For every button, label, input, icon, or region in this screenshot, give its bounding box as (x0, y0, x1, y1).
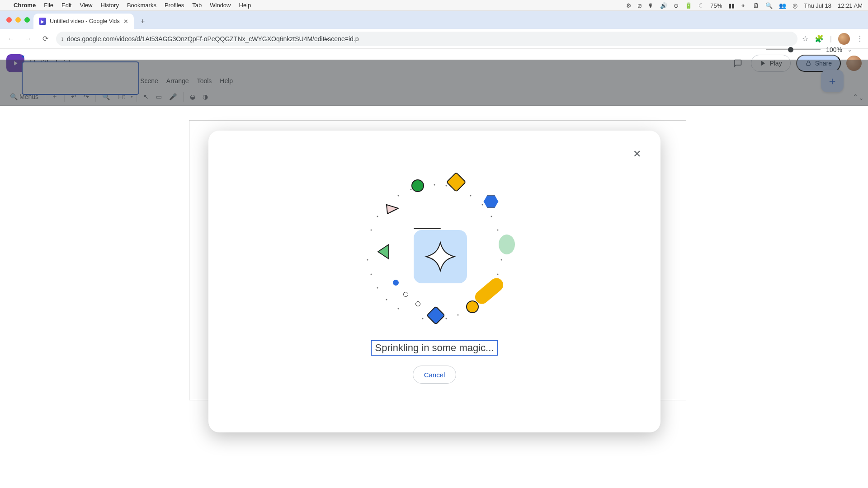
svg-point-27 (410, 189, 412, 190)
cancel-button[interactable]: Cancel (413, 366, 457, 384)
tab-favicon: ▶ (39, 18, 46, 25)
svg-point-23 (371, 230, 372, 231)
mac-menubar: Chrome File Edit View History Bookmarks … (0, 0, 868, 11)
mac-menu-window[interactable]: Window (210, 2, 231, 9)
svg-point-21 (371, 274, 372, 275)
blue-dot-shape-icon (393, 280, 399, 286)
loading-status-text: Sprinkling in some magic... (371, 340, 498, 356)
window-close-button[interactable] (6, 17, 12, 23)
new-tab-button[interactable]: + (137, 15, 149, 28)
timeline-zoom-thumb[interactable] (788, 47, 793, 52)
small-ring-shape-icon (403, 292, 408, 297)
svg-point-7 (497, 230, 499, 231)
omnibox[interactable]: ⟟ docs.google.com/videos/d/1At53AGG3OnzQ… (56, 32, 797, 46)
svg-point-26 (398, 195, 399, 197)
mac-menu-profiles[interactable]: Profiles (165, 2, 184, 9)
mac-menu-bookmarks[interactable]: Bookmarks (127, 2, 156, 9)
mac-menu-help[interactable]: Help (239, 2, 251, 9)
tile-top-edge (414, 228, 441, 229)
calendar-icon[interactable]: 🗓 (753, 2, 759, 9)
svg-point-1 (434, 184, 435, 186)
svg-point-19 (386, 299, 387, 300)
chrome-menu-kebab-icon[interactable]: ⋮ (856, 34, 863, 43)
green-circle-shape-icon (411, 179, 424, 192)
modal-close-button[interactable]: ✕ (627, 144, 647, 164)
spotlight-icon[interactable]: 🔍 (765, 2, 773, 9)
svg-point-4 (470, 195, 472, 197)
site-settings-icon[interactable]: ⟟ (61, 36, 63, 42)
mic-icon[interactable]: 🎙 (648, 2, 654, 9)
playhead-marker-icon[interactable]: ▾ (22, 53, 24, 60)
svg-point-9 (501, 259, 502, 261)
mac-menu-history[interactable]: History (100, 2, 118, 9)
mac-menu-view[interactable]: View (80, 2, 92, 9)
mac-menu-file[interactable]: File (44, 2, 53, 9)
svg-marker-30 (387, 205, 398, 214)
loading-modal: ✕ (208, 131, 660, 432)
siri-icon[interactable]: ◎ (793, 2, 797, 9)
chrome-tab-strip: ▶ Untitled video - Google Vids ✕ + ⌄ (0, 11, 868, 29)
chrome-address-bar: ← → ⟳ ⟟ docs.google.com/videos/d/1At53AG… (0, 29, 868, 49)
users-icon[interactable]: 👥 (779, 2, 786, 9)
svg-point-5 (482, 204, 483, 206)
moon-dnd-icon[interactable]: ☾ (698, 2, 704, 9)
mac-status-tray: ⚙ ⎚ 🎙 🔊 ⊙ 🔋 ☾ 75% ▮▮ ᯤ 🗓 🔍 👥 ◎ Thu Jul 1… (626, 0, 863, 11)
mac-time[interactable]: 12:21 AM (838, 2, 863, 9)
svg-point-14 (458, 314, 459, 316)
svg-point-22 (367, 259, 368, 261)
svg-point-2 (446, 185, 447, 187)
browser-tab[interactable]: ▶ Untitled video - Google Vids ✕ (33, 14, 134, 29)
sparkle-tile-icon (414, 230, 467, 283)
loading-illustration (358, 171, 511, 334)
display-icon[interactable]: ⎚ (638, 2, 642, 9)
svg-point-10 (497, 274, 499, 275)
mac-date[interactable]: Thu Jul 18 (804, 2, 831, 9)
chrome-profile-avatar[interactable] (838, 33, 850, 45)
modal-scrim (0, 60, 868, 106)
mac-menu-tab[interactable]: Tab (192, 2, 202, 9)
window-zoom-button[interactable] (24, 17, 30, 23)
volume-icon[interactable]: 🔊 (660, 2, 667, 9)
nav-back-icon[interactable]: ← (5, 35, 17, 43)
svg-point-24 (377, 216, 378, 217)
svg-point-18 (398, 308, 399, 310)
nav-forward-icon: → (22, 35, 34, 43)
wifi-icon[interactable]: ᯤ (741, 2, 747, 9)
small-ring-shape-icon (415, 301, 420, 306)
timeline-zoom-value[interactable]: 100% (826, 46, 842, 53)
orange-circle-shape-icon (466, 300, 479, 313)
window-traffic-lights (5, 11, 33, 29)
omnibox-url: docs.google.com/videos/d/1At53AGG3OnzQpF… (67, 35, 359, 42)
tab-title: Untitled video - Google Vids (50, 18, 120, 24)
play-circle-icon[interactable]: ⊙ (674, 2, 679, 9)
mac-menu-edit[interactable]: Edit (61, 2, 71, 9)
svg-point-17 (422, 318, 424, 319)
battery-full-icon: ▮▮ (728, 2, 735, 9)
pink-triangle-shape-icon (385, 202, 400, 216)
svg-marker-29 (378, 244, 389, 259)
pale-green-oval-shape-icon (499, 235, 515, 254)
extensions-puzzle-icon[interactable]: 🧩 (815, 34, 824, 43)
timeline-zoom-slider[interactable] (766, 49, 821, 50)
svg-point-15 (446, 318, 447, 319)
cancel-button-label: Cancel (424, 371, 445, 379)
timeline-zoom-control: 100% ⌄ (766, 46, 852, 53)
svg-point-6 (491, 216, 492, 217)
settings-gear-icon[interactable]: ⚙ (626, 2, 632, 9)
window-minimize-button[interactable] (15, 17, 21, 23)
chevron-down-icon[interactable]: ⌄ (848, 47, 852, 53)
mac-app-name[interactable]: Chrome (14, 2, 36, 9)
nav-reload-icon[interactable]: ⟳ (39, 34, 52, 43)
bookmark-star-icon[interactable]: ☆ (802, 34, 808, 43)
battery-icon[interactable]: 🔋 (685, 2, 692, 9)
tab-close-icon[interactable]: ✕ (123, 18, 128, 25)
battery-text: 75% (710, 2, 722, 9)
svg-point-20 (377, 287, 378, 289)
chrome-window: ▶ Untitled video - Google Vids ✕ + ⌄ ← →… (0, 11, 868, 106)
green-triangle-shape-icon (376, 243, 390, 261)
